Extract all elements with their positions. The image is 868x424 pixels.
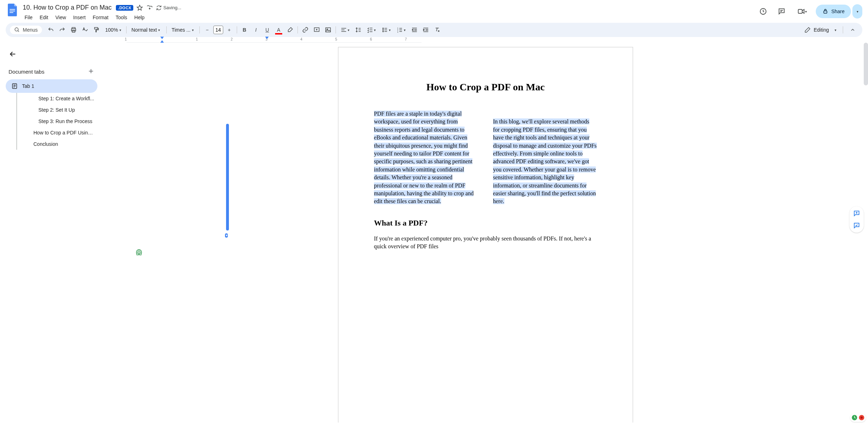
font-size-input[interactable] [213, 26, 223, 34]
insert-image-button[interactable] [323, 25, 333, 35]
menu-insert[interactable]: Insert [70, 13, 89, 22]
doc-title-heading[interactable]: How to Crop a PDF on Mac [374, 81, 597, 93]
menus-search[interactable]: Menus [10, 26, 42, 34]
svg-rect-1 [10, 11, 15, 11]
svg-point-8 [15, 28, 18, 31]
fingerprint-icon[interactable] [135, 249, 143, 258]
menu-edit[interactable]: Edit [37, 13, 52, 22]
docx-badge: .DOCX [116, 5, 133, 11]
clear-formatting-button[interactable] [432, 25, 443, 35]
history-icon[interactable] [756, 4, 770, 18]
intro-columns[interactable]: PDF files are a staple in today's digita… [374, 110, 597, 206]
increase-indent-button[interactable] [420, 25, 431, 35]
print-button[interactable] [68, 25, 79, 35]
menu-format[interactable]: Format [90, 13, 112, 22]
increase-font-button[interactable]: + [224, 25, 235, 35]
menu-tools[interactable]: Tools [112, 13, 130, 22]
line-spacing-button[interactable] [353, 25, 364, 35]
svg-rect-13 [95, 27, 98, 29]
menus-search-label: Menus [23, 27, 38, 33]
outline-step2[interactable]: Step 2: Set It Up [17, 104, 97, 116]
title-bar: 10. How to Crop a PDF on Mac .DOCX Savin… [0, 0, 868, 21]
editing-mode-button[interactable]: Editing ▾ [800, 25, 841, 35]
checklist-button[interactable]: ▾ [364, 25, 379, 35]
bold-button[interactable]: B [239, 25, 250, 35]
floating-comment-widgets [850, 206, 864, 233]
document-canvas[interactable]: How to Crop a PDF on Mac PDF files are a… [103, 43, 868, 423]
tab-1-label: Tab 1 [22, 83, 34, 89]
outline-step3[interactable]: Step 3: Run the Process [17, 116, 97, 127]
share-label: Share [831, 9, 845, 14]
zoom-dropdown[interactable]: 100% ▾ [102, 26, 124, 34]
toolbar: Menus 100% ▾ Normal text ▾ Times ... ▾ −… [6, 23, 862, 37]
tabs-header-label: Document tabs [9, 69, 44, 75]
tab-1[interactable]: Tab 1 [6, 79, 97, 93]
svg-rect-0 [10, 9, 15, 10]
menu-file[interactable]: File [21, 13, 36, 22]
underline-button[interactable]: U [262, 25, 273, 35]
italic-button[interactable]: I [251, 25, 261, 35]
saving-text: Saving... [163, 5, 181, 10]
outline-howto[interactable]: How to Crop a PDF Using... [17, 127, 97, 138]
intro-para-2[interactable]: In this blog, we'll explore several meth… [493, 118, 597, 204]
paint-format-button[interactable] [91, 25, 102, 35]
svg-rect-6 [798, 10, 802, 14]
svg-point-24 [383, 31, 384, 32]
svg-rect-7 [824, 11, 827, 14]
bullet-list-button[interactable]: ▾ [379, 25, 393, 35]
page[interactable]: How to Crop a PDF on Mac PDF files are a… [338, 47, 633, 423]
move-icon[interactable] [146, 4, 153, 11]
star-icon[interactable] [136, 4, 143, 11]
collapse-toolbar-button[interactable] [847, 25, 858, 35]
menu-bar: File Edit View Insert Format Tools Help [21, 12, 756, 22]
redo-button[interactable] [57, 25, 68, 35]
svg-text:3: 3 [397, 31, 398, 33]
docs-logo[interactable] [6, 3, 20, 17]
decrease-font-button[interactable]: − [202, 25, 213, 35]
paragraph-style-value: Normal text [132, 27, 157, 33]
document-title[interactable]: 10. How to Crop a PDF on Mac [21, 4, 113, 12]
insert-link-button[interactable] [300, 25, 311, 35]
share-button[interactable]: Share [816, 5, 851, 18]
suggest-edits-floating-button[interactable] [852, 221, 862, 230]
menu-help[interactable]: Help [131, 13, 148, 22]
svg-point-23 [383, 30, 384, 30]
spellcheck-button[interactable] [80, 25, 90, 35]
align-button[interactable]: ▾ [338, 25, 352, 35]
svg-rect-17 [326, 28, 331, 32]
text-color-button[interactable]: A [273, 25, 284, 35]
svg-rect-2 [10, 12, 13, 13]
doc-h2-whatis[interactable]: What Is a PDF? [374, 218, 597, 228]
editing-mode-label: Editing [814, 27, 829, 33]
corner-badges[interactable] [850, 413, 866, 422]
selection-scrollbar[interactable] [226, 124, 229, 230]
outline-step1[interactable]: Step 1: Create a Workfl... [17, 93, 97, 104]
font-value: Times ... [172, 27, 191, 33]
body-para-3[interactable]: If you're an experienced computer pro, y… [374, 235, 597, 251]
paragraph-style-dropdown[interactable]: Normal text ▾ [129, 26, 164, 34]
highlight-button[interactable] [285, 25, 295, 35]
font-dropdown[interactable]: Times ... ▾ [169, 26, 197, 34]
svg-line-9 [18, 31, 19, 32]
svg-point-22 [383, 28, 384, 28]
share-dropdown[interactable]: ▾ [852, 4, 862, 18]
zoom-value: 100% [105, 27, 118, 33]
ruler[interactable]: 1 1 2 3 4 5 6 7 [127, 37, 422, 43]
meet-icon[interactable]: ▾ [793, 4, 811, 18]
add-comment-button[interactable] [311, 25, 322, 35]
numbered-list-button[interactable]: 123▾ [394, 25, 408, 35]
decrease-indent-button[interactable] [409, 25, 420, 35]
comments-icon[interactable] [775, 4, 789, 18]
menu-view[interactable]: View [52, 13, 69, 22]
add-tab-button[interactable] [87, 68, 95, 76]
intro-para-1[interactable]: PDF files are a staple in today's digita… [374, 111, 473, 204]
outline-sidebar: Document tabs Tab 1 Step 1: Create a Wor… [0, 43, 103, 423]
add-comment-floating-button[interactable] [852, 208, 862, 218]
back-arrow-button[interactable] [6, 47, 20, 61]
undo-button[interactable] [45, 25, 56, 35]
outline-conclusion[interactable]: Conclusion [17, 138, 97, 150]
save-status: Saving... [156, 5, 181, 11]
vertical-scrollbar[interactable] [864, 43, 868, 85]
